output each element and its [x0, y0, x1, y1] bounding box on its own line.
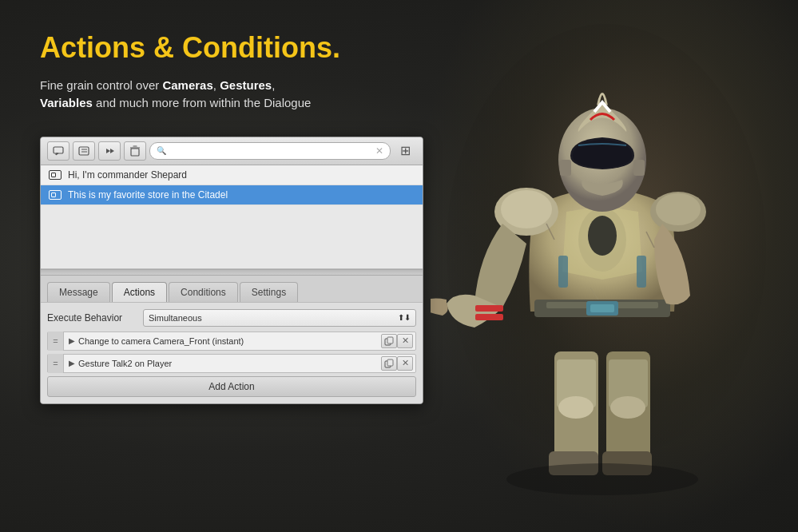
- action-arrow-1: ▶: [69, 336, 75, 345]
- svg-rect-37: [387, 359, 393, 366]
- svg-rect-32: [131, 149, 139, 156]
- dialog-panel: 🔍 ✕ ⊞ Hi, I'm commander Shepard This is …: [40, 137, 423, 404]
- toolbar-comment-btn[interactable]: [47, 141, 69, 161]
- action-content-1: ▶ Change to camera Camera_Front (instant…: [64, 336, 381, 346]
- svg-rect-25: [558, 256, 568, 288]
- dialog-item-1-text: Hi, I'm commander Shepard: [68, 169, 187, 181]
- execute-behavior-row: Execute Behavior Simultaneous ⬆⬇: [47, 309, 416, 327]
- svg-rect-35: [387, 337, 393, 343]
- variables-bold: Variables: [40, 96, 93, 109]
- action-remove-btn-2[interactable]: ✕: [397, 356, 413, 371]
- toolbar-list-btn[interactable]: [73, 141, 95, 161]
- action-row-1: = ▶ Change to camera Camera_Front (insta…: [47, 332, 416, 351]
- svg-point-6: [610, 396, 645, 419]
- page-title: Actions & Conditions.: [40, 32, 423, 64]
- execute-behavior-value: Simultaneous: [149, 313, 202, 323]
- action-handle-2[interactable]: =: [48, 354, 64, 373]
- action-content-2: ▶ Gesture Talk2 on Player: [64, 359, 381, 368]
- execute-behavior-select[interactable]: Simultaneous ⬆⬇: [143, 309, 416, 327]
- dialog-icon-1: [49, 170, 62, 180]
- action-arrow-2: ▶: [69, 359, 75, 367]
- properties-area: Execute Behavior Simultaneous ⬆⬇ = ▶ Cha…: [41, 302, 423, 403]
- dialog-spacer: [41, 205, 423, 269]
- panel-divider: [41, 269, 423, 276]
- svg-point-16: [501, 190, 552, 228]
- dialog-item-2[interactable]: This is my favorite store in the Citadel: [41, 185, 423, 205]
- action-copy-btn-1[interactable]: [381, 334, 397, 348]
- tab-settings[interactable]: Settings: [240, 282, 298, 302]
- content-area: Actions & Conditions. Fine grain control…: [0, 0, 463, 532]
- search-bar[interactable]: 🔍 ✕: [149, 142, 391, 160]
- character-svg: [431, 8, 782, 503]
- action-remove-btn-1[interactable]: ✕: [397, 334, 413, 348]
- svg-point-10: [588, 216, 617, 256]
- svg-rect-14: [590, 304, 614, 312]
- character-figure: [431, 16, 782, 511]
- character-area: [415, 0, 798, 532]
- svg-rect-26: [637, 256, 646, 288]
- tab-actions[interactable]: Actions: [112, 282, 167, 302]
- svg-rect-21: [560, 160, 571, 176]
- svg-rect-24: [475, 314, 503, 320]
- execute-behavior-label: Execute Behavior: [47, 312, 143, 324]
- toolbar: 🔍 ✕ ⊞: [41, 137, 423, 165]
- gestures-bold: Gestures: [220, 78, 272, 92]
- action-text-1: Change to camera Camera_Front (instant): [78, 336, 244, 346]
- svg-point-18: [656, 193, 701, 225]
- svg-rect-22: [633, 160, 645, 176]
- dialog-item-2-text: This is my favorite store in the Citadel: [68, 189, 228, 200]
- toolbar-forward-btn[interactable]: [98, 141, 121, 161]
- action-text-2: Gesture Talk2 on Player: [78, 359, 172, 368]
- add-action-button[interactable]: Add Action: [47, 376, 416, 397]
- action-copy-btn-2[interactable]: [381, 356, 397, 371]
- svg-rect-28: [54, 147, 63, 153]
- tab-conditions[interactable]: Conditions: [169, 282, 238, 302]
- toolbar-delete-btn[interactable]: [124, 141, 146, 161]
- svg-rect-29: [79, 147, 89, 155]
- tab-message[interactable]: Message: [47, 282, 110, 302]
- dialog-icon-2: [49, 190, 62, 200]
- svg-rect-23: [475, 305, 503, 312]
- tab-bar: Message Actions Conditions Settings: [41, 276, 423, 302]
- action-handle-1[interactable]: =: [48, 332, 64, 351]
- cameras-bold: Cameras: [162, 78, 212, 92]
- select-arrow-icon: ⬆⬇: [398, 313, 411, 322]
- dialog-item-1[interactable]: Hi, I'm commander Shepard: [41, 165, 423, 185]
- page-subtitle: Fine grain control over Cameras, Gesture…: [40, 77, 343, 113]
- toolbar-grid-btn[interactable]: ⊞: [394, 141, 416, 161]
- dialog-list: Hi, I'm commander Shepard This is my fav…: [41, 165, 423, 269]
- svg-point-5: [558, 396, 594, 419]
- page-wrapper: Actions & Conditions. Fine grain control…: [0, 0, 798, 532]
- action-row-2: = ▶ Gesture Talk2 on Player ✕: [47, 354, 416, 373]
- svg-point-27: [506, 463, 698, 495]
